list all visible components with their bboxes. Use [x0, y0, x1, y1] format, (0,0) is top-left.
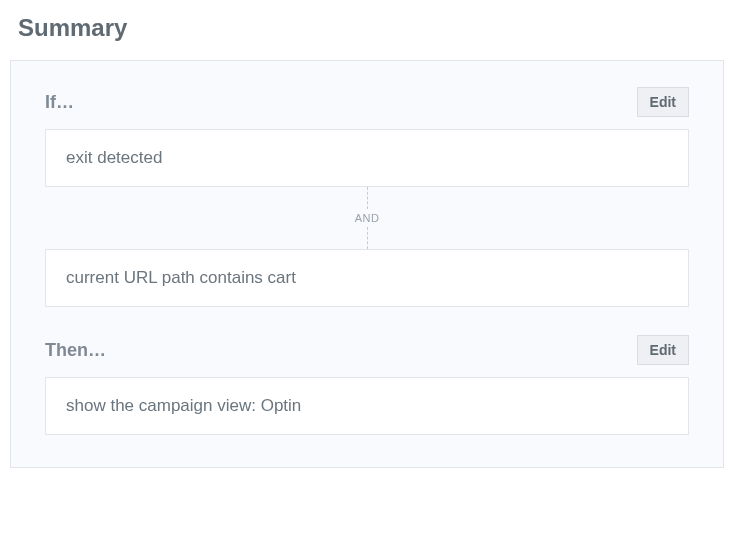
then-header: Then… Edit — [45, 335, 689, 365]
if-label: If… — [45, 92, 74, 113]
connector: AND — [45, 187, 689, 249]
then-label: Then… — [45, 340, 106, 361]
if-header: If… Edit — [45, 87, 689, 117]
then-action: show the campaign view: Optin — [45, 377, 689, 435]
if-section: If… Edit exit detected AND current URL p… — [45, 87, 689, 307]
connector-label: AND — [355, 209, 380, 227]
connector-line-top — [367, 187, 368, 209]
if-condition-2: current URL path contains cart — [45, 249, 689, 307]
edit-if-button[interactable]: Edit — [637, 87, 689, 117]
if-condition-1: exit detected — [45, 129, 689, 187]
page-title: Summary — [18, 14, 724, 42]
summary-panel: If… Edit exit detected AND current URL p… — [10, 60, 724, 468]
then-section: Then… Edit show the campaign view: Optin — [45, 335, 689, 435]
connector-line-bottom — [367, 227, 368, 249]
edit-then-button[interactable]: Edit — [637, 335, 689, 365]
